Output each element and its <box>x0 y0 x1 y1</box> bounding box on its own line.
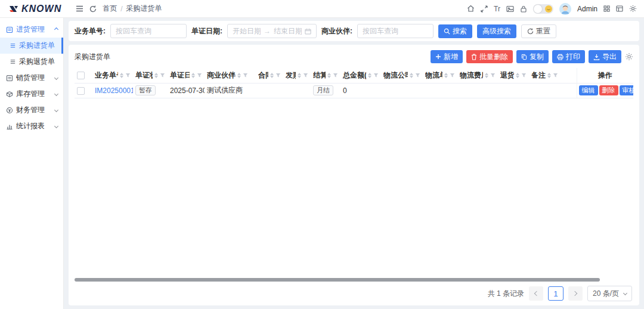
sidebar-item-label: 统计报表 <box>16 121 52 131</box>
logo-mark-icon <box>8 5 19 13</box>
filter-icon[interactable] <box>415 73 420 78</box>
column-header: 物流费用(元) <box>457 68 498 83</box>
home-icon[interactable] <box>467 5 475 13</box>
username[interactable]: Admin <box>577 5 597 13</box>
sidebar-item-purchase-management[interactable]: 进货管理 <box>0 21 63 38</box>
sidebar-item-label: 进货管理 <box>16 24 52 35</box>
select-all-checkbox[interactable] <box>77 72 85 79</box>
settings-gear-icon[interactable] <box>629 5 637 13</box>
clipboard-icon <box>6 26 13 33</box>
picture-icon[interactable] <box>506 5 514 13</box>
batch-delete-button[interactable]: 批量删除 <box>466 50 513 63</box>
refresh-icon[interactable] <box>89 5 97 13</box>
filter-icon[interactable] <box>243 73 248 78</box>
sort-icons[interactable] <box>368 73 371 78</box>
logo-text: KNOWN <box>21 4 61 14</box>
scrollbar-thumb[interactable] <box>75 278 600 282</box>
column-header: 备注 <box>529 68 577 83</box>
filter-icon[interactable] <box>303 73 308 78</box>
topbar: KNOWN 首页 / 采购进货单 Tr <box>0 0 644 18</box>
theme-toggle[interactable] <box>533 4 553 14</box>
filter-icon[interactable] <box>333 73 338 78</box>
page-size-select[interactable]: 20 条/页 <box>587 286 632 301</box>
sort-icons[interactable] <box>154 73 158 78</box>
avatar[interactable] <box>559 3 571 15</box>
list-icon <box>10 58 16 65</box>
partner-input-wrap <box>357 24 434 38</box>
filter-icon[interactable] <box>125 73 131 78</box>
order-number-link[interactable]: IM20250001 <box>95 86 133 95</box>
sidebar-item-purchase-return-order[interactable]: 采购退货单 <box>0 54 63 70</box>
add-button[interactable]: 新增 <box>431 50 463 63</box>
date-end-placeholder: 结束日期 <box>274 26 302 36</box>
sort-icons[interactable] <box>298 73 301 78</box>
search-icon <box>444 28 450 35</box>
filter-icon[interactable] <box>160 73 165 78</box>
export-icon <box>593 54 600 60</box>
filter-icon[interactable] <box>275 73 281 78</box>
breadcrumb-home[interactable]: 首页 <box>103 4 117 14</box>
delete-button[interactable]: 删除 <box>599 85 618 95</box>
column-header: 总金额(元) <box>340 68 381 83</box>
column-settings-icon[interactable] <box>625 52 633 61</box>
sidebar-item-finance-management[interactable]: 财务管理 <box>0 102 63 118</box>
business-no-label: 业务单号: <box>75 26 106 36</box>
layout-icon[interactable] <box>616 5 623 12</box>
language-icon[interactable]: Tr <box>494 5 500 13</box>
sort-icons[interactable] <box>237 73 241 78</box>
edit-button[interactable]: 编辑 <box>579 85 598 95</box>
apps-grid-icon[interactable] <box>603 5 610 12</box>
row-checkbox[interactable] <box>77 87 85 95</box>
lock-screen-icon[interactable] <box>520 5 527 13</box>
column-header: 物流单号 <box>423 68 457 83</box>
bar-chart-icon <box>6 123 13 130</box>
filter-icon[interactable] <box>521 73 527 78</box>
column-header: 结算方式 <box>311 68 340 83</box>
sort-icons[interactable] <box>516 73 519 78</box>
sort-icons[interactable] <box>270 73 274 78</box>
partner-input[interactable] <box>363 27 428 35</box>
copy-button[interactable]: 复制 <box>516 50 549 63</box>
filter-icon[interactable] <box>373 73 379 78</box>
advanced-search-button[interactable]: 高级搜索 <box>477 24 516 38</box>
sort-icons[interactable] <box>485 73 488 78</box>
next-page-button[interactable] <box>568 286 583 301</box>
print-button[interactable]: 打印 <box>552 50 585 63</box>
sort-icons[interactable] <box>444 73 448 78</box>
column-header: 业务单号 <box>92 68 133 83</box>
logo[interactable]: KNOWN <box>8 4 61 14</box>
sort-icons[interactable] <box>547 73 551 78</box>
sort-icons[interactable] <box>410 73 413 78</box>
sort-icons[interactable] <box>327 73 331 78</box>
search-bar: 业务单号: 单证日期: 开始日期 → 结束日期 商业伙伴: 搜索 <box>69 21 639 41</box>
sidebar-item-statistics-reports[interactable]: 统计报表 <box>0 118 63 134</box>
search-button[interactable]: 搜索 <box>438 24 472 38</box>
audit-button[interactable]: 审核 <box>620 85 634 95</box>
sidebar-collapse-icon[interactable] <box>76 5 83 12</box>
date-range-input[interactable]: 开始日期 → 结束日期 <box>227 24 317 38</box>
sidebar-item-sales-management[interactable]: 销货管理 <box>0 70 63 86</box>
filter-icon[interactable] <box>450 73 455 78</box>
trash-icon <box>471 54 477 60</box>
data-table: 业务单号单证状态单证日期商业伙伴合同号发票号结算方式总金额(元)物流公司物流单号… <box>75 68 633 276</box>
sort-icons[interactable] <box>120 73 123 78</box>
export-button[interactable]: 导出 <box>589 50 621 63</box>
sidebar-item-inventory-management[interactable]: 库存管理 <box>0 86 63 102</box>
breadcrumb: 首页 / 采购进货单 <box>103 4 162 14</box>
filter-icon[interactable] <box>490 73 496 78</box>
breadcrumb-current: 采购进货单 <box>126 4 162 14</box>
business-no-input[interactable] <box>116 27 181 35</box>
filter-icon[interactable] <box>553 73 558 78</box>
purchase-inbound-panel: 采购进货单 新增 批量删除 复制 <box>69 45 639 305</box>
column-header: 合同号 <box>256 68 283 83</box>
sidebar-item-purchase-inbound-order[interactable]: 采购进货单 <box>0 38 63 54</box>
page-number-button[interactable]: 1 <box>548 286 564 301</box>
filter-icon[interactable] <box>197 73 202 78</box>
prev-page-button[interactable] <box>529 286 543 301</box>
reset-button[interactable]: 重置 <box>521 24 556 38</box>
horizontal-scrollbar[interactable] <box>75 277 633 282</box>
list-icon <box>10 42 16 49</box>
sidebar-item-label: 销货管理 <box>16 73 52 83</box>
sort-icons[interactable] <box>191 73 195 78</box>
fullscreen-icon[interactable] <box>481 5 488 13</box>
